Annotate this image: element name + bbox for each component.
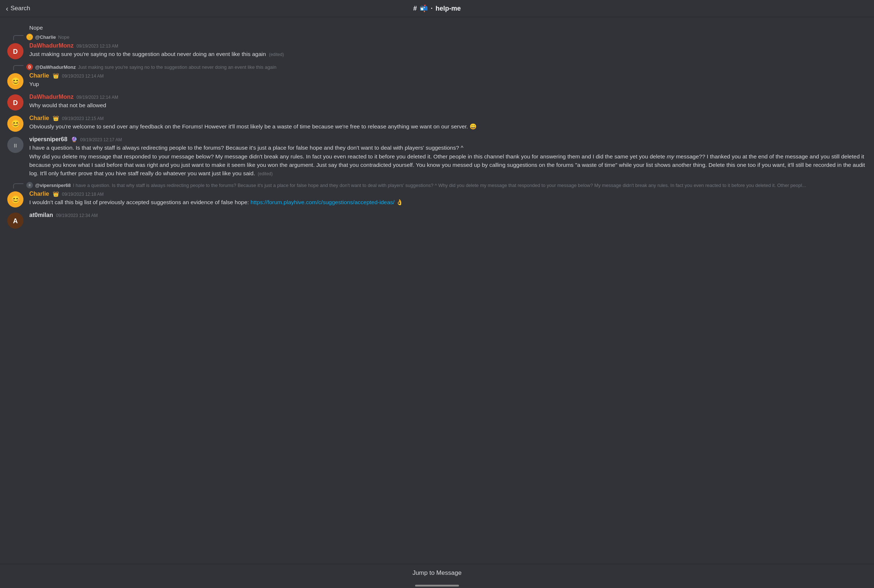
avatar: II [8,137,23,153]
message-text: Just making sure you're saying no to the… [29,50,866,58]
list-item: Nope [0,23,874,32]
accepted-ideas-link[interactable]: https://forum.playhive.com/c/suggestions… [250,199,395,205]
message-header: DaWhadurMonz 09/19/2023 12:13 AM [29,42,866,49]
crown-icon: 👑 [53,115,59,121]
reply-text: I have a question. Is that why staff is … [73,183,806,188]
reply-text: Nope [58,34,69,40]
list-item: 😊 Charlie 👑 09/19/2023 12:15 AM Obviousl… [0,113,874,133]
list-item: 😊 @Charlie Nope [0,32,874,41]
list-item: II vipersniper68 🔮 09/19/2023 12:17 AM I… [0,135,874,179]
list-item: D DaWhadurMonz 09/19/2023 12:14 AM Why w… [0,92,874,112]
crown-icon: 👑 [53,73,59,79]
reply-avatar-small: 😊 [26,34,33,40]
message-text: Why would that not be allowed [29,101,866,110]
separator: · [431,5,432,12]
svg-text:😊: 😊 [11,195,21,204]
channel-hash: # [413,5,417,12]
svg-text:😊: 😊 [11,76,21,86]
list-item: A at0milan 09/19/2023 12:34 AM [0,210,874,230]
svg-text:D: D [13,48,18,55]
message-text: Obviously you're welcome to send over an… [29,122,866,130]
timestamp: 09/19/2023 12:17 AM [80,137,122,142]
timestamp: 09/19/2023 12:18 AM [62,192,104,197]
message-text: I wouldn't call this big list of previou… [29,198,866,206]
timestamp: 09/19/2023 12:34 AM [56,213,98,218]
header: ‹ Search # 📬 · help-me [0,0,874,17]
message-header: DaWhadurMonz 09/19/2023 12:14 AM [29,94,866,100]
at0milan-avatar-img: A [8,213,23,229]
list-item: II @vipersniper68 I have a question. Is … [0,180,874,189]
channel-title: # 📬 · help-me [413,4,461,12]
timestamp: 09/19/2023 12:13 AM [77,44,118,49]
edited-label: (edited) [269,52,284,57]
bottom-bar: Jump to Message [0,564,874,582]
message-header: Charlie 👑 09/19/2023 12:15 AM [29,115,866,122]
message-content: Charlie 👑 09/19/2023 12:14 AM Yup [29,72,866,89]
username[interactable]: Charlie [29,115,49,122]
message-header: Charlie 👑 09/19/2023 12:18 AM [29,190,866,197]
message-header: at0milan 09/19/2023 12:34 AM [29,212,866,219]
message-content: at0milan 09/19/2023 12:34 AM [29,212,866,229]
channel-icon: 📬 [420,4,428,12]
message-header: vipersniper68 🔮 09/19/2023 12:17 AM [29,136,866,143]
message-content: Charlie 👑 09/19/2023 12:18 AM I wouldn't… [29,190,866,207]
username[interactable]: DaWhadurMonz [29,94,74,100]
list-item: 😊 Charlie 👑 09/19/2023 12:18 AM I wouldn… [0,189,874,209]
message-text: I have a question. Is that why staff is … [29,143,866,177]
charlie-avatar-img: 😊 [8,73,23,89]
charlie-avatar-img3: 😊 [8,191,23,207]
jump-label: Jump to Message [413,569,461,577]
crown-icon: 👑 [53,191,59,197]
avatar: D [8,94,23,111]
back-arrow-icon: ‹ [6,4,8,13]
avatar: 😊 [8,191,23,207]
message-text: Yup [29,80,866,88]
username[interactable]: at0milan [29,212,53,219]
badge-icon: 🔮 [71,136,77,142]
edited-label: (edited) [257,171,273,176]
svg-text:A: A [13,218,18,225]
viper-avatar-img: II [8,137,23,153]
username[interactable]: DaWhadurMonz [29,42,74,49]
reply-username: @DaWhadurMonz [35,64,76,70]
svg-text:II: II [14,142,17,148]
message-header: Charlie 👑 09/19/2023 12:14 AM [29,72,866,79]
dawhadur-avatar-img2: D [8,94,23,111]
timestamp: 09/19/2023 12:15 AM [62,116,104,121]
message-content: vipersniper68 🔮 09/19/2023 12:17 AM I ha… [29,136,866,177]
reply-text: Just making sure you're saying no to the… [78,64,276,70]
username[interactable]: vipersniper68 [29,136,68,143]
back-button[interactable]: ‹ Search [6,4,30,13]
timestamp: 09/19/2023 12:14 AM [77,95,118,100]
reply-avatar-small-viper: II [26,182,33,189]
reply-username: @vipersniper68 [35,183,71,188]
avatar: D [8,43,23,59]
dawhadur-avatar-img: D [8,43,23,59]
bottom-indicator [0,582,874,588]
reply-avatar-small-dawhadur: D [26,64,33,70]
jump-to-message-button[interactable]: Jump to Message [413,569,461,577]
reply-username: @Charlie [35,34,56,40]
list-item: D @DaWhadurMonz Just making sure you're … [0,62,874,71]
avatar: A [8,213,23,229]
list-item: 😊 Charlie 👑 09/19/2023 12:14 AM Yup [0,71,874,91]
channel-name: help-me [435,5,461,12]
svg-text:D: D [13,99,18,106]
message-content: DaWhadurMonz 09/19/2023 12:14 AM Why wou… [29,94,866,111]
message-text: Nope [29,24,43,31]
home-indicator [415,585,459,586]
list-item: D DaWhadurMonz 09/19/2023 12:13 AM Just … [0,41,874,61]
svg-text:😊: 😊 [11,119,21,129]
avatar: 😊 [8,116,23,132]
username[interactable]: Charlie [29,72,49,79]
username[interactable]: Charlie [29,190,49,197]
back-label: Search [11,5,30,12]
message-content: DaWhadurMonz 09/19/2023 12:13 AM Just ma… [29,42,866,59]
avatar: 😊 [8,73,23,89]
timestamp: 09/19/2023 12:14 AM [62,74,104,79]
messages-area: Nope 😊 @Charlie Nope D DaWhadurMonz 09/1… [0,17,874,564]
message-content: Charlie 👑 09/19/2023 12:15 AM Obviously … [29,115,866,132]
charlie-avatar-img2: 😊 [8,116,23,132]
